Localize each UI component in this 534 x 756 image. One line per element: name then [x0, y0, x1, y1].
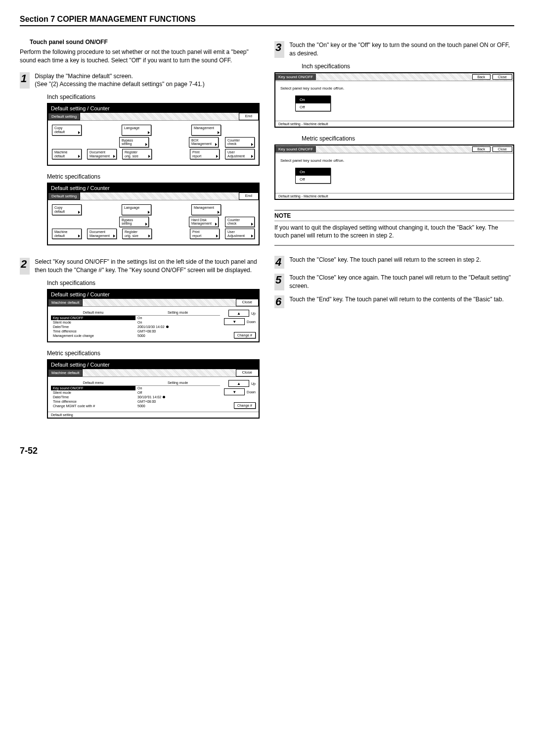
panel-button[interactable]: Bypass setting	[119, 217, 149, 227]
col-setting-mode: Setting mode	[135, 380, 220, 385]
panel-default-setting-inch: Default setting / Counter Default settin…	[47, 103, 260, 166]
change-button[interactable]: Change #	[234, 402, 256, 409]
up-button[interactable]: ▲	[228, 380, 249, 387]
page-number: 7-52	[20, 446, 514, 456]
close-button[interactable]: Close	[236, 369, 259, 377]
note-text: If you want to quit the displayed settin…	[274, 224, 514, 246]
panel-button[interactable]: Copy default	[52, 125, 82, 135]
table-row[interactable]: Time differenceGMT+08:00	[51, 329, 220, 333]
panel-button[interactable]: Hard Disk Management	[189, 217, 219, 227]
close-button[interactable]: Close	[236, 299, 259, 306]
panel-footer: Default setting	[48, 412, 259, 418]
panel-button[interactable]: User Adjustment	[225, 229, 255, 239]
col-default-menu: Default menu	[51, 380, 135, 385]
down-label: Down	[247, 320, 256, 324]
end-button[interactable]: End	[239, 113, 259, 120]
down-button[interactable]: ▼	[224, 318, 245, 325]
table-row[interactable]: Time differenceGMT+08:00	[51, 399, 220, 404]
step-marker: 3	[274, 41, 284, 58]
step-marker: 6	[274, 295, 284, 308]
inch-spec-label: Inch specifications	[302, 63, 514, 70]
section-title: Section 7 COPIER MANAGEMENT FUNCTIONS	[20, 15, 514, 26]
panel-button[interactable]: Management	[191, 204, 221, 215]
panel-title: Default setting / Counter	[48, 104, 259, 113]
tab-default-setting[interactable]: Default setting	[48, 192, 80, 200]
down-button[interactable]: ▼	[224, 388, 245, 395]
table-row[interactable]: Date/Time30/10/'01 14:02	[51, 395, 220, 399]
table-row[interactable]: Key sound ON/OFFOn	[51, 386, 220, 390]
panel-button[interactable]: User Adjustment	[225, 149, 255, 159]
step-1-text: Display the "Machine default" screen. (S…	[35, 72, 260, 89]
panel-footer: Default setting - Machine default	[275, 193, 513, 199]
panel-default-setting-metric: Default setting / Counter Default settin…	[47, 183, 260, 245]
panel-button[interactable]: BOX Management	[189, 137, 219, 147]
table-row[interactable]: Date/Time2001/10/30 14:02	[51, 325, 220, 329]
on-option[interactable]: On	[296, 168, 330, 176]
panel-button[interactable]: Counter check	[225, 217, 255, 227]
panel-button[interactable]: Counter check	[225, 137, 255, 147]
off-option[interactable]: Off	[296, 176, 330, 183]
instruction-text: Select panel key sound mode off/on.	[280, 158, 508, 163]
panel-title: Default setting / Counter	[48, 184, 259, 192]
panel-title: Default setting / Counter	[48, 360, 259, 369]
note-heading: NOTE	[274, 210, 514, 221]
panel-button[interactable]: Management	[191, 125, 221, 135]
onoff-selector: On Off	[295, 95, 331, 111]
inch-spec-label: Inch specifications	[47, 94, 260, 100]
metric-spec-label: Metric specifications	[47, 350, 260, 357]
tab-machine-default[interactable]: Machine default	[48, 299, 83, 306]
off-option[interactable]: Off	[296, 103, 330, 111]
back-button[interactable]: Back	[472, 146, 491, 152]
panel-keysound-metric: Key sound ON/OFF Back Close Select panel…	[274, 144, 514, 200]
panel-button[interactable]: Document Management	[87, 229, 117, 239]
intro-text: Perform the following procedure to set w…	[20, 48, 260, 65]
tab-keysound[interactable]: Key sound ON/OFF	[275, 146, 316, 152]
on-option[interactable]: On	[296, 96, 330, 103]
panel-button[interactable]: Bypass setting	[119, 137, 149, 147]
panel-button[interactable]: Language	[122, 125, 151, 135]
step-6-text: Touch the "End" key. The touch panel wil…	[289, 295, 514, 308]
tab-machine-default[interactable]: Machine default	[48, 369, 83, 377]
close-button[interactable]: Close	[492, 146, 512, 152]
step-marker: 1	[20, 72, 30, 89]
back-button[interactable]: Back	[472, 74, 491, 80]
panel-button[interactable]: Copy default	[52, 204, 82, 215]
panel-button[interactable]: Register orig. size	[122, 229, 152, 239]
step-marker: 5	[274, 274, 284, 290]
table-row[interactable]: Silent modeOn	[51, 320, 220, 325]
step-5-text: Touch the "Close" key once again. The to…	[289, 274, 514, 290]
step-4-text: Touch the "Close" key. The touch panel w…	[289, 256, 514, 269]
panel-button[interactable]: Print report	[190, 149, 220, 159]
panel-keysound-inch: Key sound ON/OFF Back Close Select panel…	[274, 72, 514, 128]
col-default-menu: Default menu	[51, 310, 135, 315]
subheading: Touch panel sound ON/OFF	[30, 39, 260, 46]
table-row[interactable]: Silent modeOff	[51, 390, 220, 395]
col-setting-mode: Setting mode	[135, 310, 220, 315]
up-label: Up	[251, 312, 256, 315]
panel-button[interactable]: Language	[122, 204, 151, 215]
up-button[interactable]: ▲	[228, 310, 249, 317]
panel-machine-default-metric: Default setting / Counter Machine defaul…	[47, 359, 260, 419]
tab-keysound[interactable]: Key sound ON/OFF	[275, 74, 316, 80]
panel-title: Default setting / Counter	[48, 290, 259, 299]
down-label: Down	[247, 390, 256, 394]
panel-button[interactable]: Machine default	[52, 229, 82, 239]
end-button[interactable]: End	[239, 192, 259, 200]
step-2-text: Select "Key sound ON/OFF" in the setting…	[35, 258, 260, 275]
metric-spec-label: Metric specifications	[302, 135, 514, 142]
close-button[interactable]: Close	[492, 74, 512, 80]
step-3-text: Touch the "On" key or the "Off" key to t…	[289, 41, 514, 58]
change-button[interactable]: Change #	[234, 332, 256, 338]
table-row[interactable]: Change MGMT code with #5000	[51, 404, 220, 408]
panel-button[interactable]: Print report	[190, 229, 220, 239]
panel-button[interactable]: Document Management	[87, 149, 117, 159]
panel-button[interactable]: Machine default	[52, 149, 82, 159]
panel-machine-default-inch: Default setting / Counter Machine defaul…	[47, 289, 260, 342]
table-row[interactable]: Key sound ON/OFFOn	[51, 316, 220, 320]
step-marker: 4	[274, 256, 284, 269]
up-label: Up	[251, 382, 256, 385]
tab-default-setting[interactable]: Default setting	[48, 113, 80, 120]
panel-button[interactable]: Register orig. size	[122, 149, 152, 159]
table-row[interactable]: Management code change5000	[51, 333, 220, 338]
instruction-text: Select panel key sound mode off/on.	[280, 86, 508, 91]
